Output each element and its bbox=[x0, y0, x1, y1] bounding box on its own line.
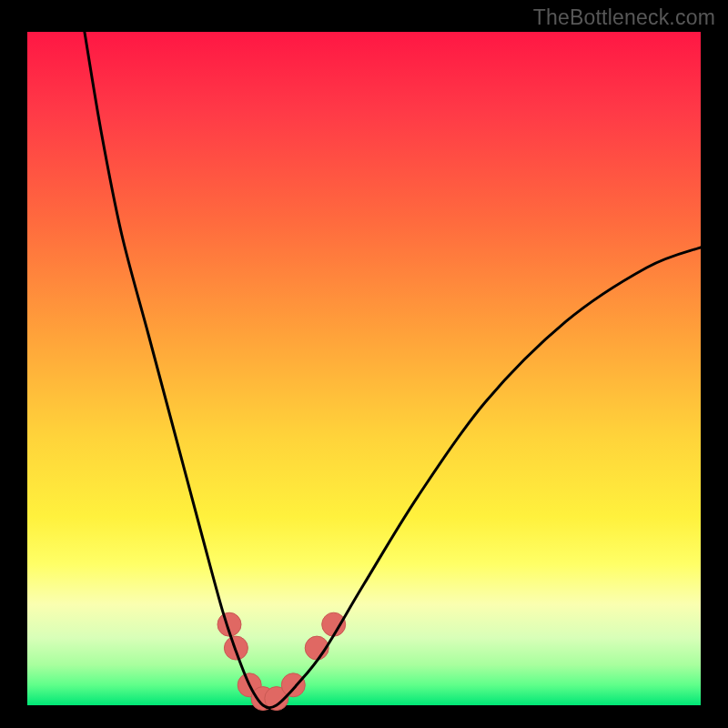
bottleneck-chart bbox=[0, 0, 728, 728]
watermark-text: TheBottleneck.com bbox=[533, 5, 715, 30]
chart-stage: TheBottleneck.com bbox=[0, 0, 728, 728]
marker-point bbox=[281, 673, 305, 697]
plot-background bbox=[27, 32, 701, 705]
